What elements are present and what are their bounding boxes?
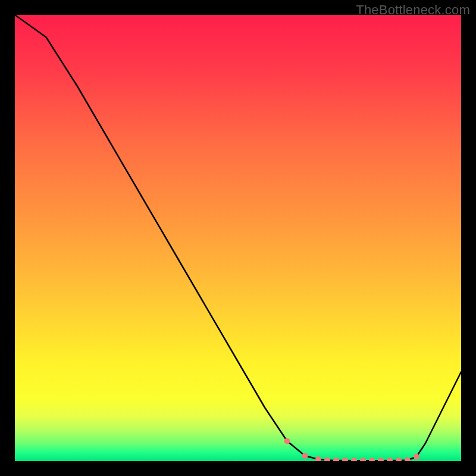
chart-svg [15, 15, 461, 461]
data-marker [302, 453, 308, 459]
plot-area [15, 15, 461, 461]
data-marker [284, 438, 290, 444]
chart-frame: TheBottleneck.com [0, 0, 476, 476]
watermark-text: TheBottleneck.com [356, 2, 470, 18]
data-marker [414, 454, 419, 460]
chart-background [15, 15, 461, 461]
